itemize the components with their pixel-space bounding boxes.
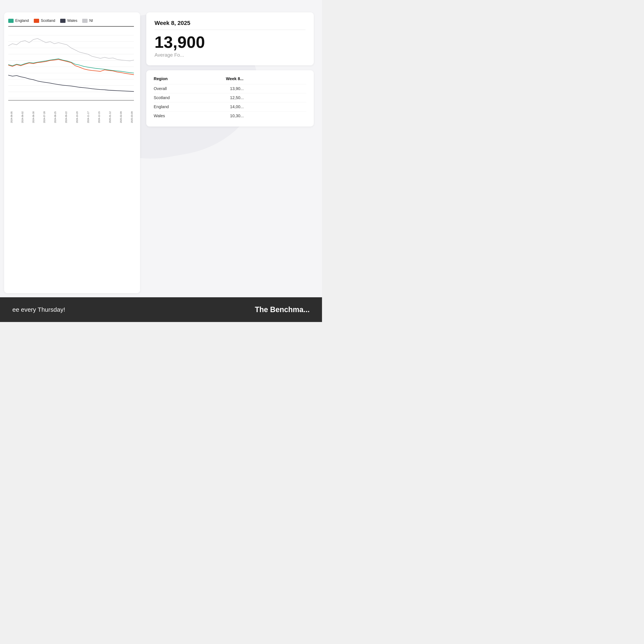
legend-item-scotland: Scotland [34, 19, 55, 23]
x-label-11: 2025-02-09 [120, 107, 122, 123]
footer-left-text: ee every Thursday! [12, 306, 65, 313]
x-label-9: 2024-12-15 [98, 107, 100, 123]
scotland-label: Scotland [41, 19, 55, 23]
wales-line [8, 75, 134, 91]
scotland-line [8, 59, 134, 75]
table-row: Overall 13,90... [154, 84, 306, 93]
wales-swatch [60, 19, 66, 23]
stat-card: Week 8, 2025 13,900 Average Fo... [146, 12, 314, 65]
table-row: Scotland 12,50... [154, 93, 306, 102]
x-label-1: 2024-06-05 [10, 107, 13, 123]
chart-card: England Scotland Wales NI [4, 12, 140, 293]
grid-lines [8, 35, 134, 98]
x-label-4: 2024-07-28 [43, 107, 46, 123]
region-overall: Overall [154, 84, 226, 93]
col-week-header: Week 8... [226, 76, 306, 84]
x-label-2: 2024-06-02 [21, 107, 24, 123]
x-label-12: 2025-03-09 [131, 107, 133, 123]
x-label-5: 2024-08-25 [54, 107, 56, 123]
chart-divider [8, 26, 134, 27]
right-panel: Week 8, 2025 13,900 Average Fo... Region… [146, 12, 314, 293]
legend-item-wales: Wales [60, 19, 77, 23]
ni-line [8, 39, 134, 61]
x-label-8: 2024-11-17 [87, 107, 89, 123]
table-row: Wales 10,30... [154, 111, 306, 121]
england-line [8, 59, 134, 73]
region-england: England [154, 102, 226, 111]
chart-area: 2024-06-05 2024-06-02 2024-06-30 2024-07… [8, 29, 134, 289]
stat-divider [155, 30, 306, 30]
england-label: England [15, 19, 29, 23]
chart-legend: England Scotland Wales NI [8, 19, 134, 23]
x-label-10: 2025-01-12 [109, 107, 111, 123]
col-region-header: Region [154, 76, 226, 84]
region-scotland: Scotland [154, 93, 226, 102]
footer-right-text: The Benchma... [255, 305, 310, 314]
value-scotland: 12,50... [226, 93, 306, 102]
region-wales: Wales [154, 111, 226, 121]
x-label-6: 2024-09-22 [65, 107, 67, 123]
value-overall: 13,90... [226, 84, 306, 93]
week-title: Week 8, 2025 [155, 20, 306, 26]
ni-swatch [82, 19, 88, 23]
x-label-3: 2024-06-30 [32, 107, 35, 123]
scotland-swatch [34, 19, 39, 23]
avg-label: Average Fo... [155, 52, 306, 58]
legend-item-england: England [8, 19, 29, 23]
table-row: England 14,00... [154, 102, 306, 111]
ni-label: NI [89, 19, 93, 23]
table-card: Region Week 8... Overall 13,90... Scotla… [146, 70, 314, 126]
table-body: Overall 13,90... Scotland 12,50... Engla… [154, 84, 306, 121]
table-header-row: Region Week 8... [154, 76, 306, 84]
x-axis-labels: 2024-06-05 2024-06-02 2024-06-30 2024-07… [8, 107, 134, 123]
value-wales: 10,30... [226, 111, 306, 121]
data-table: Region Week 8... Overall 13,90... Scotla… [154, 76, 306, 120]
line-chart [8, 29, 134, 105]
legend-item-ni: NI [82, 19, 93, 23]
value-england: 14,00... [226, 102, 306, 111]
footer: ee every Thursday! The Benchma... [0, 297, 322, 322]
x-label-7: 2024-10-20 [76, 107, 78, 123]
wales-label: Wales [67, 19, 77, 23]
england-swatch [8, 19, 14, 23]
big-number: 13,900 [155, 34, 306, 50]
